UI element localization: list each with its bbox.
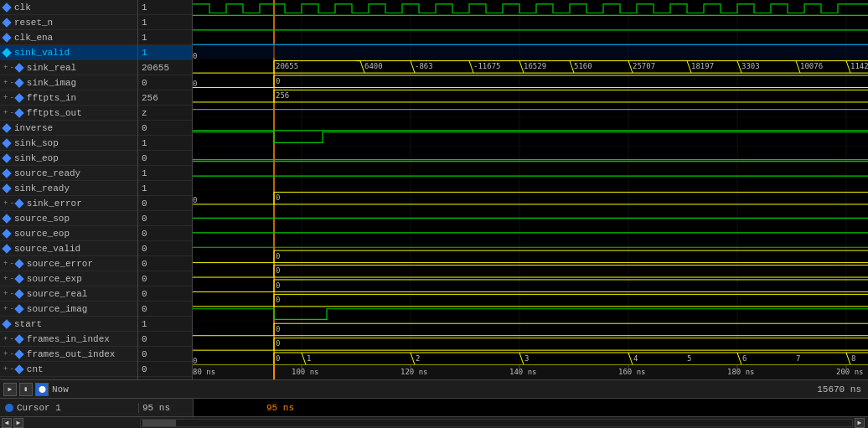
svg-text:16529: 16529 <box>524 62 546 70</box>
svg-text:6400: 6400 <box>364 62 383 70</box>
signal-row[interactable]: +- cnt <box>0 362 137 377</box>
expand-icon[interactable]: + <box>3 260 8 268</box>
value-row: 0 <box>138 241 192 256</box>
signal-row[interactable]: sink_ready <box>0 181 137 196</box>
signal-name: source_ready <box>14 168 80 178</box>
value-row: 0 <box>138 151 192 166</box>
signal-icon <box>2 214 11 223</box>
scrollbar-track[interactable] <box>140 419 853 427</box>
value-row: 1 <box>138 15 192 30</box>
svg-text:4: 4 <box>633 354 638 363</box>
expand-icon[interactable]: + <box>3 79 8 87</box>
signal-list: clk reset_n clk_ena sink_valid +- sink_r <box>0 0 138 379</box>
scroll-left-btn[interactable]: ◀ <box>2 418 12 428</box>
signal-icon <box>14 349 23 358</box>
expand-icon[interactable]: + <box>3 290 8 298</box>
signal-row[interactable]: +- sink_imag <box>0 75 137 90</box>
signal-name: sink_real <box>27 63 76 73</box>
waveform-svg: 0 20655 6400 -863 -11675 16529 5160 2570… <box>193 0 868 379</box>
expand-icon[interactable]: + <box>3 305 8 313</box>
svg-text:3: 3 <box>524 354 529 363</box>
scrollbar-thumb[interactable] <box>142 420 176 426</box>
cursor-right: 95 ns <box>193 399 868 416</box>
cursor-indicator <box>5 404 13 412</box>
signal-name: source_sop <box>14 214 70 224</box>
value-row: 1 <box>138 136 192 151</box>
signal-row[interactable]: reset_n <box>0 15 137 30</box>
signal-name: sink_error <box>27 199 82 209</box>
signal-icon <box>14 274 23 283</box>
signal-icon <box>14 364 23 374</box>
svg-text:140 ns: 140 ns <box>509 368 536 376</box>
signal-row[interactable]: +- source_real <box>0 286 137 302</box>
signal-row[interactable]: source_sop <box>0 211 137 226</box>
signal-row[interactable]: +- source_imag <box>0 302 137 317</box>
signal-row[interactable]: +- source_exp <box>0 271 137 286</box>
svg-text:10076: 10076 <box>800 62 823 70</box>
svg-text:0: 0 <box>193 52 197 60</box>
svg-text:100 ns: 100 ns <box>292 368 318 376</box>
svg-text:2: 2 <box>416 354 420 363</box>
scroll-right-end-btn[interactable]: ▶ <box>855 418 865 428</box>
cursor-label: Cursor 1 <box>0 403 138 413</box>
signal-row[interactable]: +- sink_real <box>0 60 137 75</box>
signal-name: source_imag <box>27 304 88 314</box>
status-icon-btn-2[interactable]: ▮ <box>19 383 33 396</box>
svg-text:5: 5 <box>687 354 691 363</box>
signal-row[interactable]: +- source_error <box>0 256 137 271</box>
signal-row[interactable]: +- frames_out_index <box>0 347 137 362</box>
signal-row[interactable]: +- fftpts_out <box>0 106 137 121</box>
svg-text:6: 6 <box>742 354 747 363</box>
signal-icon <box>2 48 11 57</box>
expand-icon[interactable]: + <box>3 335 8 343</box>
value-row: 256 <box>138 90 192 106</box>
signal-row[interactable]: sink_eop <box>0 151 137 166</box>
signal-row[interactable]: start <box>0 317 137 332</box>
expand-icon[interactable]: + <box>3 199 8 208</box>
signal-row[interactable]: source_ready <box>0 166 137 181</box>
value-row: 0 <box>138 332 192 347</box>
signal-row[interactable]: +- fftpts_in <box>0 90 137 106</box>
svg-text:0: 0 <box>276 252 280 260</box>
status-bar: ▶ ▮ ⬤ Now 15670 ns <box>0 379 868 398</box>
signal-icon <box>14 93 23 102</box>
signal-name: source_eop <box>14 229 70 239</box>
signal-row[interactable]: source_eop <box>0 226 137 241</box>
value-row: 1 <box>138 166 192 181</box>
expand-icon[interactable]: + <box>3 365 8 374</box>
status-icon-btn-1[interactable]: ▶ <box>3 383 17 396</box>
svg-text:3303: 3303 <box>741 62 760 70</box>
waveform-canvas[interactable]: 0 20655 6400 -863 -11675 16529 5160 2570… <box>193 0 868 379</box>
svg-text:5160: 5160 <box>574 62 592 70</box>
signal-name: sink_imag <box>27 78 76 88</box>
expand-icon[interactable]: + <box>3 94 8 102</box>
expand-icon[interactable]: + <box>3 64 8 72</box>
svg-text:-11675: -11675 <box>473 62 500 70</box>
cursor-time-display: 95 ns <box>265 403 296 413</box>
signal-row[interactable]: inverse <box>0 121 137 136</box>
svg-text:120 ns: 120 ns <box>400 368 427 376</box>
expand-icon[interactable]: + <box>3 275 8 283</box>
signal-name: fftpts_out <box>27 108 82 118</box>
svg-text:0: 0 <box>193 196 197 204</box>
signal-row[interactable]: +- sink_error <box>0 196 137 211</box>
value-row: 0 <box>138 226 192 241</box>
signal-row[interactable]: +- frames_in_index <box>0 332 137 347</box>
svg-text:0: 0 <box>276 339 280 348</box>
signal-row-highlighted[interactable]: sink_valid <box>0 45 137 60</box>
signal-icon <box>2 183 11 193</box>
signal-name: frames_in_index <box>27 334 110 344</box>
expand-icon[interactable]: + <box>3 109 8 117</box>
signal-icon <box>2 168 11 178</box>
signal-name: clk_ena <box>14 33 53 43</box>
expand-icon[interactable]: + <box>3 350 8 358</box>
scroll-right-btn[interactable]: ▶ <box>13 418 23 428</box>
signal-row[interactable]: source_valid <box>0 241 137 256</box>
signal-row[interactable]: clk_ena <box>0 30 137 45</box>
status-icon-btn-3[interactable]: ⬤ <box>35 383 49 396</box>
signal-row[interactable]: sink_sop <box>0 136 137 151</box>
signal-row[interactable]: clk <box>0 0 137 15</box>
signal-name: source_error <box>27 259 93 269</box>
value-row: 0 <box>138 302 192 317</box>
scrollbar-left: ◀ ▶ <box>0 418 138 428</box>
